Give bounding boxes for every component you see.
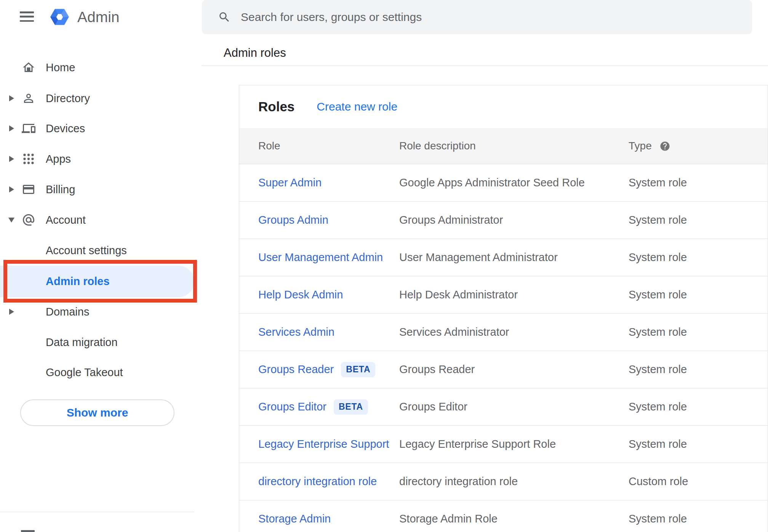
role-link[interactable]: Groups Reader	[258, 363, 334, 376]
role-description: Services Administrator	[399, 326, 629, 338]
sidebar-item-billing[interactable]: Billing	[0, 174, 194, 205]
collapse-caret-icon[interactable]	[8, 218, 15, 223]
role-link[interactable]: Help Desk Admin	[258, 288, 343, 301]
expand-caret-icon[interactable]	[8, 156, 15, 162]
table-row: User Management Admin User Management Ad…	[239, 239, 768, 276]
expand-caret-icon[interactable]	[8, 95, 15, 101]
at-sign-icon	[22, 213, 35, 227]
table-header-row: Role Role description Type	[239, 128, 768, 164]
role-type: System role	[629, 401, 768, 413]
admin-logo[interactable]: Admin	[50, 6, 120, 27]
apps-grid-icon	[22, 152, 35, 166]
role-link[interactable]: Super Admin	[258, 176, 322, 189]
column-header-type: Type	[629, 140, 652, 152]
role-description: directory integration role	[399, 475, 629, 488]
product-name: Admin	[77, 9, 120, 26]
show-more-button[interactable]: Show more	[20, 399, 174, 426]
roles-title: Roles	[258, 99, 294, 114]
person-icon	[22, 91, 35, 105]
table-row: Storage Admin Storage Admin Role System …	[239, 500, 768, 532]
role-type: System role	[629, 251, 768, 264]
roles-card-header: Roles Create new role	[239, 85, 768, 128]
home-icon	[22, 61, 35, 74]
table-body: Super Admin Google Apps Administrator Se…	[239, 164, 768, 532]
sidebar-item-google-takeout[interactable]: Google Takeout	[0, 357, 194, 388]
sidebar-item-data-migration[interactable]: Data migration	[0, 327, 194, 357]
partial-cutoff-icon	[21, 530, 35, 532]
expand-caret-icon[interactable]	[8, 186, 15, 192]
column-header-description: Role description	[399, 140, 629, 152]
table-row: Help Desk Admin Help Desk Administrator …	[239, 276, 768, 314]
sidebar-item-account[interactable]: Account	[0, 205, 194, 235]
sidebar-item-devices[interactable]: Devices	[0, 113, 194, 144]
role-description: Groups Administrator	[399, 214, 629, 226]
role-type: System role	[629, 438, 768, 450]
role-description: User Management Administrator	[399, 251, 629, 264]
role-type: System role	[629, 326, 768, 338]
sidebar-item-domains[interactable]: Domains	[0, 296, 194, 327]
table-row: Services Admin Services Administrator Sy…	[239, 314, 768, 351]
search-input[interactable]	[241, 11, 741, 24]
beta-badge: BETA	[334, 399, 368, 415]
role-link[interactable]: Groups Editor	[258, 401, 326, 413]
google-admin-console: Admin Admin roles Home Directory	[0, 0, 768, 532]
role-description: Help Desk Administrator	[399, 288, 629, 301]
credit-card-icon	[22, 183, 35, 196]
admin-hexagon-logo-icon	[50, 6, 70, 27]
role-type: System role	[629, 288, 768, 301]
role-type: System role	[629, 513, 768, 525]
expand-caret-icon[interactable]	[8, 309, 15, 315]
sidebar-item-apps[interactable]: Apps	[0, 144, 194, 174]
table-row: directory integration role directory int…	[239, 463, 768, 500]
role-description: Storage Admin Role	[399, 513, 629, 525]
content-top-divider	[202, 66, 768, 66]
role-type: Custom role	[629, 475, 768, 488]
role-type: System role	[629, 363, 768, 376]
menu-hamburger-icon[interactable]	[20, 11, 34, 22]
help-icon[interactable]	[659, 141, 670, 152]
role-link[interactable]: User Management Admin	[258, 251, 383, 264]
role-link[interactable]: Services Admin	[258, 326, 334, 338]
beta-badge: BETA	[341, 362, 375, 377]
sidebar-item-directory[interactable]: Directory	[0, 83, 194, 114]
roles-card: Roles Create new role Role Role descript…	[239, 85, 768, 532]
role-link[interactable]: Legacy Enterprise Support	[258, 438, 389, 450]
sidebar-item-admin-roles-selected[interactable]: Admin roles	[0, 266, 194, 297]
role-link[interactable]: directory integration role	[258, 475, 377, 488]
sidebar-item-home[interactable]: Home	[0, 52, 194, 83]
role-type: System role	[629, 176, 768, 189]
devices-icon	[22, 122, 35, 135]
sidebar-divider	[0, 512, 194, 512]
role-description: Groups Reader	[399, 363, 629, 376]
role-link[interactable]: Storage Admin	[258, 513, 331, 525]
search-icon	[218, 11, 231, 24]
create-new-role-link[interactable]: Create new role	[317, 100, 397, 113]
expand-caret-icon[interactable]	[8, 125, 15, 131]
table-row: Legacy Enterprise Support Legacy Enterpr…	[239, 426, 768, 463]
global-search-bar[interactable]	[202, 0, 752, 34]
role-description: Legacy Enterprise Support Role	[399, 438, 629, 450]
role-description: Groups Editor	[399, 401, 629, 413]
role-type: System role	[629, 214, 768, 226]
column-header-role: Role	[239, 140, 399, 152]
table-row: Super Admin Google Apps Administrator Se…	[239, 164, 768, 202]
sidebar-item-account-settings[interactable]: Account settings	[0, 235, 194, 266]
table-row: Groups Editor BETA Groups Editor System …	[239, 388, 768, 426]
table-row: Groups Admin Groups Administrator System…	[239, 202, 768, 239]
role-description: Google Apps Administrator Seed Role	[399, 176, 629, 189]
breadcrumb: Admin roles	[224, 46, 286, 60]
table-row: Groups Reader BETA Groups Reader System …	[239, 351, 768, 388]
role-link[interactable]: Groups Admin	[258, 214, 328, 226]
